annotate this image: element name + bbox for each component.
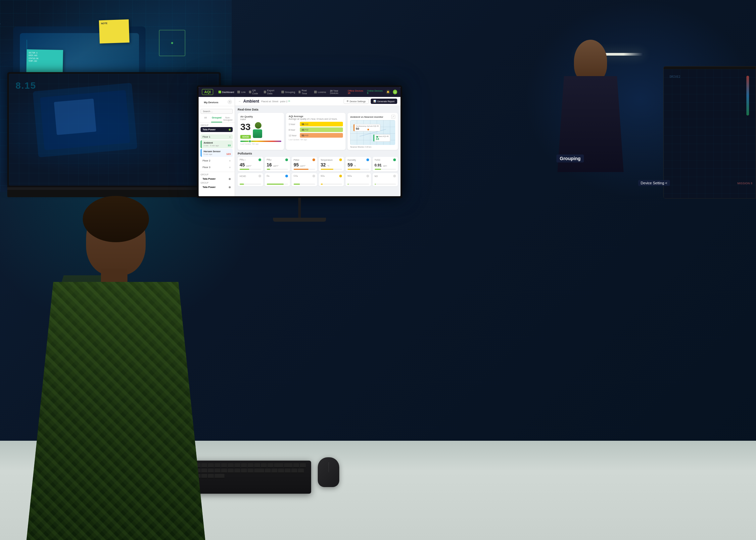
pm10-unit: µg/m³ [273, 165, 278, 167]
sidebar-tabs: All Grouped Non-Grouped [199, 115, 235, 123]
generate-report-btn[interactable]: 📊 Generate Report [371, 99, 397, 104]
group-tata-power[interactable]: Tata Power [201, 127, 233, 132]
page-title: Ambient [243, 99, 259, 103]
floor-3-item[interactable]: Floor 3 ∨ [201, 165, 233, 170]
group-section: Group Tata Power [199, 123, 235, 134]
group-dot-2 [229, 178, 231, 180]
app-navbar: AQI Dashboard Link QR Code [199, 87, 400, 97]
qr-icon [249, 91, 251, 93]
aqi-value: 33 [240, 122, 251, 132]
nav-dashboard[interactable]: Dashboard [219, 89, 234, 95]
aqi-last-update: Last Update: 5th ago [240, 143, 281, 145]
device-harsam[interactable]: Harsam Sensor 5 min ago 123 [201, 149, 233, 157]
grouping-overlay-label: Grouping [556, 155, 584, 163]
hcho-icon [258, 175, 261, 177]
nearby-pin: Sembawang city/sub AQI-46 50 [354, 124, 380, 131]
person-main-silhouette [0, 176, 238, 540]
notification-bell[interactable]: 🔔 [386, 90, 390, 94]
nav-export[interactable]: Export Data [264, 89, 278, 95]
pm25-bar [240, 169, 249, 170]
tab-non-grouped[interactable]: Non-Grouped [222, 115, 233, 122]
pollutants-row-2: HCHO O₂ [238, 173, 398, 186]
device-ambient[interactable]: Ambient 2 min · 5 min ago 33 [201, 140, 233, 148]
pm25-label: PM₂.₅ [240, 159, 245, 161]
nav-items: Dashboard Link QR Code Export Data [219, 89, 326, 95]
no-icon [393, 175, 396, 177]
pollutant-no: NO [373, 173, 398, 186]
group-label: Group [201, 124, 233, 126]
pollutant-humidity: Humidity 59 % [346, 157, 371, 171]
mini-map: Sembawang city/sub AQI-46 50 Ambient AQI… [350, 120, 395, 145]
aqi-12h-bar: 53 AQI [300, 133, 343, 138]
back-button[interactable]: ← [238, 100, 241, 103]
floor-1-item[interactable]: Floor 1 ∧ [201, 134, 233, 139]
pollutant-pm10: PM₁₀ 16 µg/m³ [265, 157, 290, 171]
page-title-row: ← Ambient Placed at: Street · putor 2 ✏ [238, 99, 290, 103]
no2-label: NO₂ [348, 175, 352, 177]
group-item-2[interactable]: Tata Power [201, 176, 233, 181]
nav-qrcode[interactable]: QR Code [249, 89, 260, 95]
aqi-8h-row: 8 hour 43 AQI [289, 127, 343, 132]
realtime-icon [299, 91, 301, 93]
expand-map-btn[interactable]: ⤢ [391, 115, 395, 119]
aqi-character [253, 122, 263, 137]
device-settings-btn[interactable]: ⚙ Device Settings [344, 99, 369, 104]
export-icon [264, 91, 266, 93]
floor-3-section: Floor 3 ∨ [199, 164, 235, 171]
main-monitor: AQI Dashboard Link QR Code [197, 85, 402, 222]
pm25-value: 45 [240, 162, 245, 168]
nav-lorem[interactable]: Lorems [314, 89, 326, 95]
group-dot [229, 129, 231, 131]
air-quality-card: Air Quality Index 33 GOOD [238, 113, 284, 150]
app-logo: AQI [202, 89, 213, 95]
sidebar-collapse-btn[interactable]: ‹ [227, 100, 232, 104]
nav-grouping[interactable]: Grouping [281, 89, 295, 95]
tab-all[interactable]: All [200, 115, 211, 122]
tab-grouped[interactable]: Grouped [211, 115, 223, 122]
co2-label: CO₂ [294, 175, 298, 177]
sidebar-search-container [199, 106, 235, 115]
group-item-3[interactable]: Tata Power [201, 185, 233, 190]
pollutant-pm25: PM₂.₅ 45 µg/m³ [238, 157, 263, 171]
nearest-card-title: Ambient vs Nearest monitor [350, 115, 383, 118]
nav-right-section: 20 Total Devices Offline Devices 15 Onli… [330, 90, 397, 94]
humidity-value: 59 [348, 162, 353, 168]
online-count: Online Devices 5 [367, 90, 383, 94]
aqi-1h-row: 1 hour 56 AQI [289, 122, 343, 126]
sidebar-search-input[interactable] [201, 109, 233, 114]
edit-location-icon[interactable]: ✏ [288, 100, 290, 102]
cards-row: Air Quality Index 33 GOOD [238, 113, 398, 150]
o2-label: O₂ [267, 175, 269, 177]
nearest-distance: Nearest Monitor: 0.8 km [350, 146, 395, 148]
aqi-avg-title: AQI Average [289, 115, 343, 118]
tvoc-unit: ppm [383, 165, 387, 167]
floor-2-item[interactable]: Floor 2 ∨ [201, 158, 233, 163]
aq-card-title: Air Quality [240, 115, 281, 118]
tvoc-bar [375, 169, 381, 170]
pmtot-bar [294, 169, 309, 170]
pollutant-co2: CO₂ [292, 173, 317, 186]
nearby-dot [368, 129, 369, 130]
aqi-avg-last-update: Last Update: 5th ago [289, 139, 343, 141]
nav-realtime[interactable]: Real Time [299, 89, 311, 95]
group-dot-3 [229, 186, 231, 188]
monitor-stand-arm [298, 198, 301, 218]
user-avatar[interactable]: U [393, 90, 397, 94]
nav-link[interactable]: Link [237, 89, 245, 95]
group-icon [281, 91, 284, 93]
pollutants-section-title: Pollutants [238, 152, 398, 155]
humidity-unit: % [354, 165, 356, 167]
aqi-status-badge: GOOD [240, 135, 251, 139]
floor-2-section: Floor 2 ∨ [199, 158, 235, 164]
current-dot [377, 136, 378, 138]
floor-2-chevron: ∨ [229, 160, 231, 162]
device-counts: 20 Total Devices Offline Devices 15 Onli… [330, 90, 383, 94]
no2-icon [367, 175, 369, 177]
pollutant-pmtot: PMtot 95 µg/m³ [292, 157, 317, 171]
temp-bar [321, 169, 334, 170]
pollutant-tvoc: TVOC 0.91 ppm [373, 157, 398, 171]
tvoc-icon [393, 159, 396, 161]
sidebar-header: My Devices ‹ [199, 97, 235, 106]
pm25-icon [258, 159, 261, 161]
no-label: NO [375, 175, 378, 177]
